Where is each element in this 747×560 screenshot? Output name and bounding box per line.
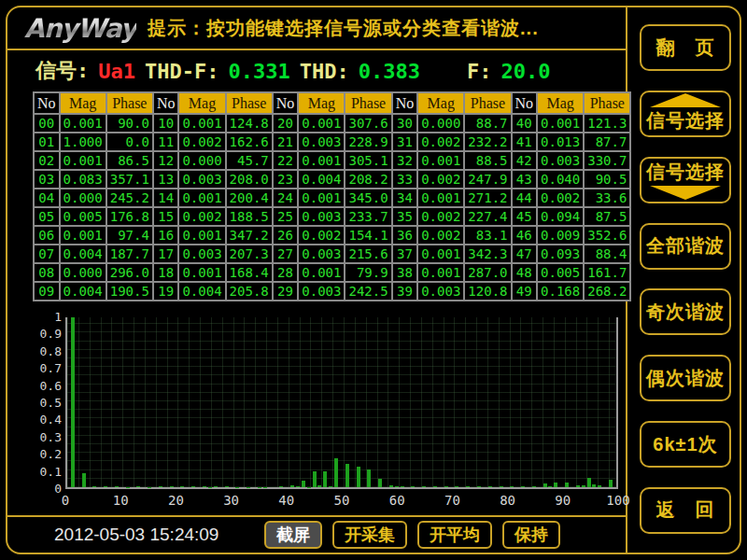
- harmonic-bar: [367, 469, 371, 487]
- cell-no: 27: [273, 245, 299, 263]
- cell-mag: 0.001: [178, 226, 225, 245]
- harmonic-bar: [521, 486, 525, 487]
- screenshot-button[interactable]: 截屏: [264, 521, 322, 549]
- hold-button[interactable]: 保持: [502, 521, 560, 549]
- harmonic-bar: [170, 486, 174, 487]
- page-turn-button[interactable]: 翻 页: [640, 24, 731, 71]
- cell-mag: 0.009: [537, 226, 584, 245]
- harmonic-bar: [548, 486, 552, 487]
- cell-mag: 0.001: [298, 151, 345, 170]
- cell-no: 10: [153, 114, 179, 133]
- cell-mag: 0.003: [537, 151, 584, 170]
- harmonic-bar: [357, 467, 360, 487]
- cell-mag: 0.001: [417, 151, 464, 170]
- thd-value: 0.383: [359, 60, 420, 83]
- cell-no: 07: [34, 245, 60, 263]
- cell-phase: 87.5: [584, 207, 630, 226]
- status-buttons: 截屏开采集开平均保持: [264, 521, 560, 549]
- cell-phase: 88.7: [464, 114, 511, 133]
- cell-phase: 161.7: [584, 263, 630, 282]
- cell-no: 21: [273, 133, 299, 151]
- harmonic-bar: [136, 486, 140, 487]
- cell-no: 31: [392, 133, 418, 151]
- cell-mag: 0.001: [178, 114, 225, 133]
- harmonic-bar: [71, 317, 75, 487]
- cell-phase: 208.0: [226, 170, 273, 189]
- y-tick-label: 0.7: [24, 361, 62, 375]
- cell-no: 01: [34, 133, 60, 151]
- harmonic-bar: [543, 483, 547, 487]
- cell-phase: 176.8: [106, 207, 153, 226]
- harmonics-table-header: NoMagPhaseNoMagPhaseNoMagPhaseNoMagPhase…: [34, 92, 630, 114]
- table-row: 020.00186.5120.00045.7220.001305.1320.00…: [34, 151, 630, 170]
- harmonic-bar: [92, 486, 96, 487]
- cell-no: 45: [512, 207, 538, 226]
- cell-no: 24: [273, 189, 299, 207]
- button-label: 翻 页: [656, 35, 715, 61]
- cell-no: 20: [273, 114, 299, 133]
- cell-mag: 0.003: [298, 245, 345, 263]
- cell-mag: 0.168: [537, 282, 584, 301]
- harmonic-bar: [82, 473, 86, 487]
- harmonic-bar: [290, 485, 294, 487]
- start-average-button[interactable]: 开平均: [417, 521, 492, 549]
- return-button[interactable]: 返 回: [640, 487, 731, 534]
- 6k-plus-minus-1-button[interactable]: 6k±1次: [640, 421, 731, 468]
- harmonic-bar: [455, 486, 458, 487]
- y-tick-label: 0.5: [24, 396, 62, 410]
- cell-phase: 0.0: [106, 133, 153, 151]
- cell-phase: 90.5: [584, 170, 630, 189]
- harmonic-bar: [180, 486, 184, 487]
- x-tick-label: 100: [606, 493, 629, 508]
- y-tick-label: 0.2: [24, 447, 62, 461]
- odd-harmonics-button[interactable]: 奇次谐波: [640, 288, 731, 335]
- cell-phase: 227.4: [464, 207, 511, 226]
- cell-mag: 0.003: [298, 207, 345, 226]
- y-tick-label: 0.1: [24, 465, 62, 479]
- y-tick-label: 0.3: [24, 430, 62, 444]
- cell-mag: 0.001: [417, 189, 464, 207]
- cell-no: 02: [34, 151, 60, 170]
- even-harmonics-button[interactable]: 偶次谐波: [640, 355, 731, 401]
- cell-mag: 0.002: [298, 226, 345, 245]
- thdf-value: 0.331: [228, 60, 289, 83]
- start-sampling-button[interactable]: 开采集: [332, 521, 407, 549]
- harmonic-bar: [576, 485, 580, 487]
- cell-mag: 0.000: [178, 151, 225, 170]
- cell-no: 14: [153, 189, 179, 207]
- button-label: 奇次谐波: [646, 300, 725, 325]
- cell-mag: 0.013: [537, 133, 584, 151]
- signal-summary-row: 信号: Ua1 THD-F: 0.331 THD: 0.383 F: 20.0: [7, 52, 626, 90]
- cell-phase: 121.3: [584, 114, 630, 133]
- harmonic-bar: [389, 485, 393, 487]
- cell-mag: 0.004: [178, 282, 225, 301]
- harmonic-bar: [565, 483, 569, 487]
- cell-no: 38: [392, 263, 418, 282]
- cell-mag: 0.001: [417, 245, 464, 263]
- cell-no: 48: [512, 263, 538, 282]
- cell-phase: 208.2: [345, 170, 391, 189]
- cell-no: 42: [512, 151, 538, 170]
- col-header-phase: Phase: [345, 92, 391, 114]
- all-harmonics-button[interactable]: 全部谐波: [640, 223, 731, 270]
- signal-name-value: Ua1: [98, 60, 135, 83]
- button-label: 返 回: [656, 497, 715, 523]
- hint-text: 提示：按功能键选择信号源或分类查看谐波...: [148, 16, 539, 41]
- cell-phase: 120.8: [464, 282, 511, 301]
- cell-phase: 97.4: [106, 226, 153, 245]
- x-tick-label: 30: [223, 493, 239, 508]
- cell-phase: 45.7: [226, 151, 273, 170]
- harmonic-bar: [592, 484, 596, 487]
- x-tick-label: 80: [500, 493, 515, 508]
- signal-select-up-button[interactable]: 信号选择: [640, 91, 731, 137]
- chart-plot: [65, 317, 618, 489]
- button-label: 信号选择: [646, 160, 725, 185]
- cell-phase: 88.5: [464, 151, 511, 170]
- cell-phase: 207.3: [226, 245, 273, 263]
- harmonic-bar: [296, 486, 300, 487]
- harmonic-bar: [323, 471, 327, 487]
- signal-select-down-button[interactable]: 信号选择: [640, 157, 731, 203]
- cell-no: 16: [153, 226, 179, 245]
- harmonic-bar: [334, 458, 338, 487]
- col-header-phase: Phase: [106, 92, 153, 114]
